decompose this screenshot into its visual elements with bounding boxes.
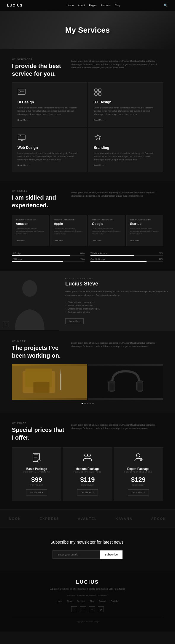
medium-period: Per Project [68, 484, 107, 486]
skill-ux-label: UX Design [12, 258, 22, 260]
skill-ui-header: UI Design 80% [12, 252, 85, 254]
amazon-years: 2012-2016 UI DESIGNER [16, 219, 45, 221]
skills-description: Lorem ipsum dolor sit amet, consectetur … [71, 191, 163, 198]
footer-nav-blog[interactable]: Blog [90, 600, 94, 602]
dot-5[interactable] [92, 403, 94, 404]
pricing-section: MY PRICE Special prices that I offer. Lo… [0, 413, 175, 509]
svg-point-35 [88, 454, 90, 457]
freelancer-name: Lucius Steve [65, 281, 169, 287]
dot-1[interactable] [82, 403, 83, 404]
dot-2[interactable] [84, 403, 86, 404]
svg-point-34 [85, 454, 88, 457]
expert-cta[interactable]: Get Started [128, 489, 149, 495]
expert-name: Expert Package [119, 467, 158, 471]
skill-graphic-pct: 77% [159, 258, 163, 260]
pricing-intro: MY PRICE Special prices that I offer. Lo… [12, 422, 163, 441]
service-card-branding: Branding Lorem ipsum dolor sit amet, con… [88, 128, 163, 172]
startup-years: 2016-2019 UI DESIGNER [130, 219, 160, 221]
footer-nav-home[interactable]: Home [57, 600, 62, 602]
expert-package: Expert Package For Expert Inventors $129… [114, 447, 163, 501]
newsletter-title: Subscribe my newsletter for latest news. [12, 540, 163, 544]
svg-text:+: + [38, 460, 39, 462]
google-company: Google [92, 222, 121, 225]
learn-more-link[interactable]: Learn More [65, 318, 84, 324]
svg-marker-14 [95, 134, 101, 140]
expert-sub: For Expert Inventors [119, 471, 158, 473]
service-cards-grid: UI Design Lorem ipsum dolor sit amet, co… [12, 82, 163, 172]
web-design-link[interactable]: Read More [18, 164, 82, 166]
nav-blog[interactable]: Blog [115, 4, 120, 7]
svg-rect-30 [34, 456, 38, 456]
brand-arcon: ARCON [151, 517, 166, 520]
freelancer-list: Et dui mi tortor nonummy id. Aliquet sem… [65, 301, 169, 314]
basic-cta[interactable]: Get Started [26, 489, 47, 495]
expert-icon [119, 452, 158, 465]
svg-point-36 [136, 454, 140, 457]
startup-company: Startup [130, 222, 160, 225]
medium-cta[interactable]: Get Started [77, 489, 98, 495]
svg-rect-7 [98, 93, 101, 95]
newsletter-submit-button[interactable]: Subscribe [100, 550, 122, 559]
google-link[interactable]: Read More [92, 240, 101, 241]
pricing-heading: Special prices that I offer. [12, 426, 65, 441]
ui-design-link[interactable]: Read More [18, 119, 82, 121]
basic-price: $99 [17, 476, 56, 484]
skill-ux-header: UX Design 70% [12, 258, 85, 260]
svg-point-10 [19, 135, 19, 136]
footer-nav-services[interactable]: Services [77, 600, 85, 602]
footer-tagline: Lucius est arcu risus, lobortis id enim … [12, 587, 163, 591]
medium-sub: For Medium Inventors [68, 471, 107, 473]
logo[interactable]: LUCIUS [7, 4, 23, 7]
apple-company: Apple [54, 222, 83, 225]
amazon-link[interactable]: Read More [16, 240, 25, 241]
ux-design-link[interactable]: Read More [94, 119, 158, 121]
startup-link[interactable]: Read More [130, 240, 139, 241]
exp-apple: 2016-2019 UI DESIGNER Apple Lorem ipsum … [50, 215, 87, 246]
service-card-web: Web Design Lorem ipsum dolor sit amet, c… [12, 128, 87, 172]
carousel-arrow[interactable]: › [3, 321, 9, 327]
svg-point-1 [19, 91, 21, 92]
dot-3[interactable] [87, 403, 88, 404]
exp-google: 2016-2019 UI DESIGNER Google Lorem ipsum… [88, 215, 125, 246]
portfolio-wallet[interactable] [12, 364, 87, 400]
google-icon[interactable]: g+ [98, 606, 104, 612]
freelancer-description: Lorem ipsum dolor sit amet, consectetur … [65, 290, 169, 297]
apple-link[interactable]: Read More [54, 240, 63, 241]
pricing-cards: + Basic Package For Small Inventors $99 … [12, 447, 163, 501]
nav-pages[interactable]: Pages [89, 4, 97, 7]
footer-nav-portfolio[interactable]: Portfolio [111, 600, 118, 602]
brands-grid: NOON EXPRESS AVANTEL KAVANA ARCON [9, 517, 166, 520]
branding-title: Branding [94, 146, 158, 150]
nav-about[interactable]: About [78, 4, 85, 7]
newsletter-section: Subscribe my newsletter for latest news.… [0, 528, 175, 571]
nav-home[interactable]: Home [66, 4, 74, 7]
freelancer-info: BEST FREELANCING Lucius Steve Lorem ipsu… [59, 271, 175, 331]
footer-nav-about[interactable]: About [67, 600, 72, 602]
apple-years: 2016-2019 UI DESIGNER [54, 219, 83, 221]
work-heading: The projects I've been working on. [12, 344, 65, 359]
branding-link[interactable]: Read More [94, 164, 158, 166]
web-design-title: Web Design [18, 146, 82, 150]
svg-rect-6 [95, 93, 97, 95]
ui-design-icon [18, 88, 82, 98]
svg-rect-31 [34, 457, 37, 457]
search-icon[interactable]: 🔍 [164, 4, 168, 7]
services-description: Lorem ipsum dolor sit amet, consectetur … [71, 59, 163, 70]
startup-desc: Lorem ipsum dolor sit amet, consectetur … [130, 227, 160, 235]
ux-design-desc: Lorem ipsum dolor sit amet, consectetur … [94, 106, 158, 116]
nav-portfolio[interactable]: Portfolio [101, 4, 110, 7]
twitter-icon[interactable]: t [80, 606, 86, 612]
footer-address: Nulla eros Est sit amet nisl, euismod Cu… [12, 595, 163, 596]
dot-4[interactable] [90, 403, 91, 404]
hero-title: My Services [65, 26, 110, 35]
facebook-icon[interactable]: f [71, 606, 77, 612]
branding-icon [94, 133, 158, 143]
experience-cards: 2012-2016 UI DESIGNER Amazon Lorem ipsum… [12, 215, 163, 246]
footer-nav-contact[interactable]: Contact [99, 600, 106, 602]
skill-web-bar-fill [90, 255, 134, 256]
portfolio-headphones[interactable] [88, 364, 163, 400]
footer-copyright: Copyright © 2019 Full Design [12, 617, 163, 623]
linkedin-icon[interactable]: in [89, 606, 95, 612]
newsletter-email-input[interactable] [52, 550, 100, 559]
branding-desc: Lorem ipsum dolor sit amet, consectetur … [94, 151, 158, 162]
